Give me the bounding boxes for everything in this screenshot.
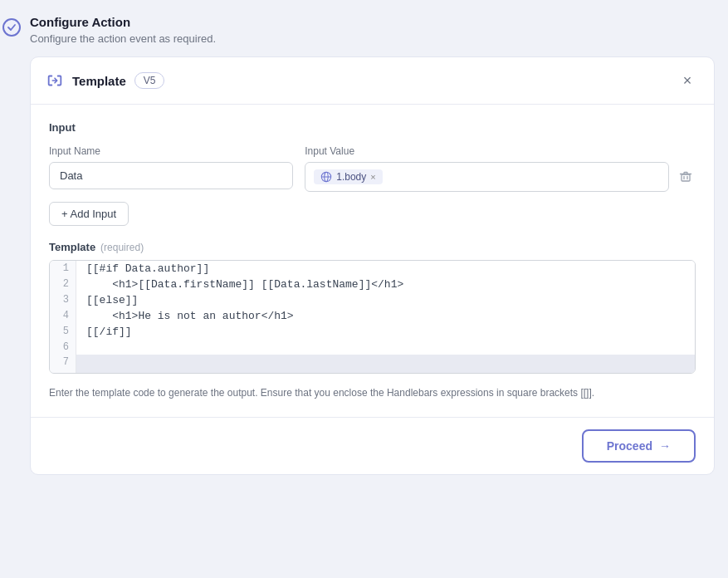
template-label: Template <box>49 241 95 253</box>
input-name-header: Input Name <box>49 145 293 157</box>
tag-label: 1.body <box>336 171 366 183</box>
proceed-arrow: → <box>659 439 671 453</box>
page-title: Configure Action <box>30 15 715 29</box>
code-line: 5[[/if]] <box>50 324 695 340</box>
code-line: 7 <box>50 355 695 373</box>
input-name-field[interactable] <box>49 162 293 189</box>
input-section-label: Input <box>49 121 696 134</box>
template-icon <box>46 71 64 90</box>
proceed-label: Proceed <box>607 439 652 453</box>
code-line: 6 <box>50 340 695 355</box>
line-number: 3 <box>50 292 76 308</box>
code-line: 3[[else]] <box>50 292 695 308</box>
line-number: 4 <box>50 308 76 324</box>
input-value-col: Input Value 1.body <box>305 145 696 192</box>
card-header-left: Template V5 <box>46 71 164 90</box>
line-content: [[/if]] <box>76 324 695 340</box>
card-header: Template V5 × <box>31 57 714 105</box>
tag-input[interactable]: 1.body × <box>305 162 669 192</box>
line-number: 7 <box>50 355 76 373</box>
line-content <box>76 355 695 373</box>
globe-icon <box>320 171 332 183</box>
tag-remove-button[interactable]: × <box>370 172 375 182</box>
line-number: 6 <box>50 340 76 355</box>
input-row: Input Name Input Value <box>49 145 696 192</box>
line-number: 5 <box>50 324 76 340</box>
trash-icon <box>679 170 692 184</box>
template-label-row: Template (required) <box>49 241 696 253</box>
card-footer: Proceed → <box>31 417 714 474</box>
proceed-button[interactable]: Proceed → <box>582 429 696 463</box>
hint-text: Enter the template code to generate the … <box>49 385 696 400</box>
code-line: 4 <h1>He is not an author</h1> <box>50 308 695 324</box>
required-tag: (required) <box>100 242 144 253</box>
line-content: <h1>He is not an author</h1> <box>76 308 695 324</box>
code-line: 2 <h1>[[Data.firstName]] [[Data.lastName… <box>50 277 695 292</box>
value-input-wrapper: 1.body × <box>305 162 696 192</box>
configure-card: Template V5 × Input Input Name Input Val… <box>30 56 715 475</box>
input-name-col: Input Name <box>49 145 293 189</box>
line-content <box>76 340 695 355</box>
input-tag: 1.body × <box>314 169 382 184</box>
add-input-button[interactable]: + Add Input <box>49 202 129 226</box>
line-number: 2 <box>50 277 76 292</box>
step-indicator <box>0 8 23 40</box>
page-wrapper: Configure Action Configure the action ev… <box>0 0 728 578</box>
line-content: [[#if Data.author]] <box>76 261 695 277</box>
line-content: <h1>[[Data.firstName]] [[Data.lastName]]… <box>76 277 695 292</box>
svg-rect-3 <box>682 174 690 181</box>
line-number: 1 <box>50 261 76 277</box>
step-circle <box>2 18 21 37</box>
code-editor[interactable]: 1[[#if Data.author]]2 <h1>[[Data.firstNa… <box>49 260 696 374</box>
card-title: Template <box>72 74 126 88</box>
input-value-header: Input Value <box>305 145 696 157</box>
close-button[interactable]: × <box>676 69 699 92</box>
delete-row-button[interactable] <box>676 167 696 187</box>
page-subtitle: Configure the action event as required. <box>30 32 715 45</box>
version-badge: V5 <box>134 72 165 89</box>
card-body: Input Input Name Input Value <box>31 105 714 417</box>
line-content: [[else]] <box>76 292 695 308</box>
main-content: Configure Action Configure the action ev… <box>23 8 728 488</box>
template-section: Template (required) 1[[#if Data.author]]… <box>49 241 696 400</box>
code-line: 1[[#if Data.author]] <box>50 261 695 277</box>
